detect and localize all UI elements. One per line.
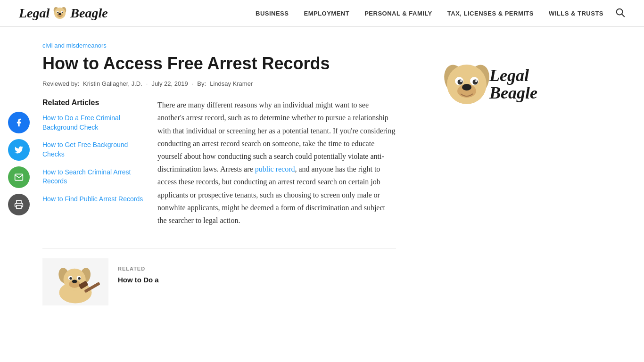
svg-point-23 xyxy=(78,277,80,280)
bottom-related-section: RELATED How to Do a xyxy=(42,248,396,305)
article-body: Related Articles How to Do a Free Crimin… xyxy=(42,99,396,234)
publish-date: July 22, 2019 xyxy=(151,80,188,87)
svg-point-35 xyxy=(460,80,462,82)
svg-point-7 xyxy=(58,12,59,13)
facebook-share-button[interactable] xyxy=(8,112,30,133)
content-area: civil and misdemeanors How to Access Fre… xyxy=(38,27,405,320)
main-nav: Legal Beagle BUSINESS EMPLOYMENT PER xyxy=(0,0,644,27)
author-name: Lindsay Kramer xyxy=(210,80,253,87)
meta-separator-1: · xyxy=(146,80,148,87)
reviewer-name: Kristin Gallagher, J.D. xyxy=(83,80,142,87)
page-wrapper: civil and misdemeanors How to Access Fre… xyxy=(0,27,644,320)
nav-wills[interactable]: WILLS & TRUSTS xyxy=(549,10,603,17)
related-link-2[interactable]: How to Search Criminal Arrest Records xyxy=(42,168,131,185)
right-sidebar: Legal Beagle xyxy=(405,27,556,320)
svg-point-33 xyxy=(458,80,463,85)
svg-line-12 xyxy=(622,14,624,16)
bottom-related-title: How to Do a xyxy=(118,275,159,285)
svg-point-8 xyxy=(62,12,63,13)
logo-text-beagle: Beagle xyxy=(70,6,107,21)
nav-business[interactable]: BUSINESS xyxy=(256,10,289,17)
svg-point-22 xyxy=(69,277,72,280)
article-text: There are many different reasons why an … xyxy=(157,99,396,234)
bottom-related-label: RELATED xyxy=(118,266,159,272)
logo-link[interactable]: Legal Beagle xyxy=(19,5,108,22)
svg-point-36 xyxy=(475,80,477,82)
svg-point-10 xyxy=(63,12,63,12)
article-paragraph-1: There are many different reasons why an … xyxy=(157,99,396,227)
right-sidebar-logo: Legal Beagle xyxy=(420,55,542,112)
svg-point-34 xyxy=(473,80,478,85)
bottom-dog-image xyxy=(42,258,108,305)
related-links-list: How to Do a Free Criminal Background Che… xyxy=(42,114,146,204)
nav-menu: BUSINESS EMPLOYMENT PERSONAL & FAMILY TA… xyxy=(256,9,603,17)
svg-point-30 xyxy=(462,84,471,90)
paragraph-1-text-after-link: , and anyone has the right to access the… xyxy=(157,165,385,224)
related-link-0[interactable]: How to Do a Free Criminal Background Che… xyxy=(42,114,120,131)
svg-point-19 xyxy=(72,280,77,283)
author-by-label: By: xyxy=(197,80,206,87)
bottom-dog-icon xyxy=(47,258,104,305)
related-link-1[interactable]: How to Get Free Background Checks xyxy=(42,141,128,158)
nav-tax[interactable]: TAX, LICENSES & PERMITS xyxy=(447,10,534,17)
twitter-share-button[interactable] xyxy=(8,139,30,161)
svg-point-4 xyxy=(58,13,61,15)
svg-rect-13 xyxy=(17,206,21,209)
bottom-related-content: RELATED How to Do a xyxy=(108,258,168,305)
paragraph-1-text-before-link: There are many different reasons why an … xyxy=(157,101,396,173)
svg-point-9 xyxy=(58,12,58,12)
public-record-link[interactable]: public record xyxy=(255,165,295,173)
print-button[interactable] xyxy=(8,194,30,215)
reviewed-by-label: Reviewed by: xyxy=(42,80,79,87)
nav-employment[interactable]: EMPLOYMENT xyxy=(304,10,349,17)
svg-text:Legal: Legal xyxy=(489,66,529,85)
nav-personal-family[interactable]: PERSONAL & FAMILY xyxy=(364,10,432,17)
search-icon[interactable] xyxy=(615,7,625,20)
social-sidebar xyxy=(0,27,38,320)
svg-text:Beagle: Beagle xyxy=(489,83,537,102)
logo-dog-icon xyxy=(51,5,68,22)
related-articles-sidebar: Related Articles How to Do a Free Crimin… xyxy=(42,99,146,234)
related-heading: Related Articles xyxy=(42,99,146,107)
logo-text-legal: Legal xyxy=(19,6,50,21)
right-logo-container: Legal Beagle xyxy=(405,41,556,128)
email-share-button[interactable] xyxy=(8,166,30,188)
article-meta: Reviewed by: Kristin Gallagher, J.D. · J… xyxy=(42,80,396,87)
article-title: How to Access Free Arrest Records xyxy=(42,53,396,74)
breadcrumb[interactable]: civil and misdemeanors xyxy=(42,42,107,49)
related-link-3[interactable]: How to Find Public Arrest Records xyxy=(42,195,143,203)
meta-separator-2: · xyxy=(192,80,194,87)
